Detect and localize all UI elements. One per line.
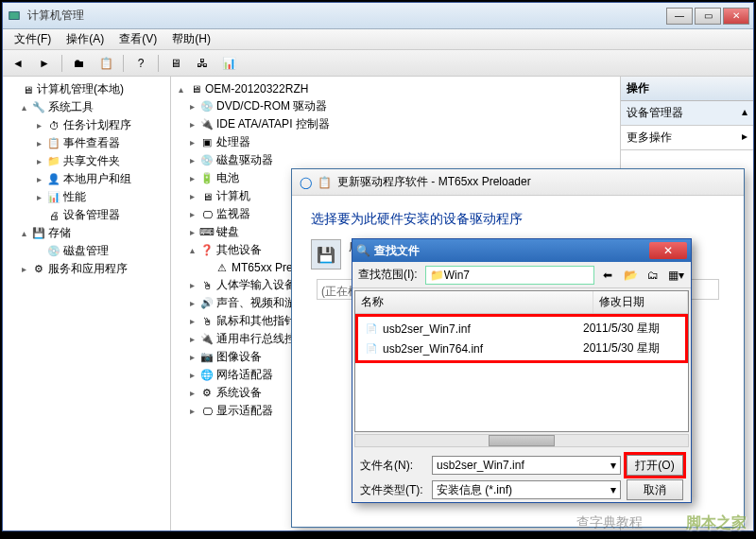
tree-toggle-icon[interactable]: ▴: [18, 228, 29, 238]
properties-button[interactable]: 📋: [94, 53, 117, 74]
window-controls: — ▭ ✕: [666, 8, 749, 25]
tree-toggle-icon[interactable]: ▸: [186, 101, 198, 112]
tree-node[interactable]: ▸📋事件查看器: [3, 134, 170, 152]
close-button[interactable]: ✕: [723, 8, 749, 25]
filedlg-close-button[interactable]: ✕: [649, 242, 687, 259]
tree-toggle-icon[interactable]: ▸: [186, 316, 198, 326]
menu-help[interactable]: 帮助(H): [164, 29, 218, 49]
tree-node[interactable]: 🖥计算机管理(本地): [3, 80, 170, 98]
maximize-button[interactable]: ▭: [695, 8, 721, 25]
tree-toggle-icon[interactable]: ▸: [33, 174, 44, 184]
tree-toggle-icon[interactable]: ▸: [186, 173, 198, 183]
tree-toggle-icon[interactable]: ▸: [186, 191, 198, 201]
menubar: 文件(F) 操作(A) 查看(V) 帮助(H): [3, 29, 753, 50]
view-button[interactable]: 📊: [217, 53, 240, 74]
location-select[interactable]: 📁 Win7: [425, 266, 594, 285]
col-date[interactable]: 修改日期: [593, 291, 688, 313]
dropdown-icon[interactable]: ▾: [610, 483, 616, 496]
tree-node[interactable]: ▸💿DVD/CD-ROM 驱动器: [171, 97, 620, 115]
tree-node[interactable]: ▸⏱任务计划程序: [3, 116, 170, 134]
tree-toggle-icon[interactable]: ▸: [186, 406, 198, 416]
open-button[interactable]: 打开(O): [627, 455, 683, 476]
forward-button[interactable]: ►: [33, 53, 56, 74]
tree-node[interactable]: ▴💾存储: [3, 224, 170, 242]
usb-icon: 🔌: [199, 332, 215, 347]
batt-icon: 🔋: [199, 171, 215, 186]
location-label: 查找范围(I):: [358, 267, 418, 283]
back-button[interactable]: ◄: [7, 53, 29, 74]
scan-button[interactable]: 🖥: [164, 53, 187, 74]
tree-toggle-icon[interactable]: ▴: [186, 245, 198, 255]
back-arrow-icon[interactable]: ◯: [300, 176, 312, 189]
dropdown-icon[interactable]: ▾: [610, 459, 616, 472]
file-row[interactable]: 📄 usb2ser_Win764.inf 2011/5/30 星期: [360, 339, 683, 358]
tree-toggle-icon[interactable]: ▸: [33, 120, 44, 130]
tree-node[interactable]: ▸📁共享文件夹: [3, 152, 170, 170]
action-item-devicemgr[interactable]: 设备管理器▴: [621, 101, 753, 126]
tree-toggle-icon[interactable]: ▸: [186, 298, 198, 308]
tree-toggle-icon[interactable]: ▸: [33, 156, 44, 166]
disk-icon: 💿: [199, 153, 215, 168]
left-tree-pane: 🖥计算机管理(本地)▴🔧系统工具▸⏱任务计划程序▸📋事件查看器▸📁共享文件夹▸👤…: [3, 77, 171, 530]
tree-toggle-icon[interactable]: ▸: [186, 334, 198, 344]
tree-label: 处理器: [216, 134, 250, 150]
tree-toggle-icon[interactable]: ▸: [186, 280, 198, 290]
file-row[interactable]: 📄 usb2ser_Win7.inf 2011/5/30 星期: [360, 319, 683, 339]
filename-label: 文件名(N):: [360, 458, 426, 474]
computer-icon: 🖥: [199, 189, 215, 204]
cancel-button[interactable]: 取消: [627, 479, 683, 500]
up-button[interactable]: 🖿: [68, 53, 91, 74]
up-folder-icon[interactable]: 📂: [621, 266, 640, 285]
scroll-thumb[interactable]: [489, 435, 555, 446]
computer-icon: 🖥: [20, 82, 35, 97]
tree-node[interactable]: ▴🖥OEM-20120322RZH: [171, 80, 620, 97]
tree-label: 网络适配器: [216, 367, 273, 383]
tree-node[interactable]: ▸▣处理器: [171, 133, 620, 151]
menu-action[interactable]: 操作(A): [59, 29, 112, 49]
tree-toggle-icon[interactable]: ▸: [18, 264, 29, 274]
tree-toggle-icon[interactable]: ▸: [186, 352, 198, 362]
tree-toggle-icon[interactable]: ▸: [186, 155, 198, 165]
tree-node[interactable]: 💿磁盘管理: [3, 242, 170, 260]
tree-node[interactable]: ▸⚙服务和应用程序: [3, 260, 170, 278]
tree-node[interactable]: ▴🔧系统工具: [3, 98, 170, 116]
tree-toggle-icon[interactable]: ▴: [18, 102, 29, 113]
tree-label: DVD/CD-ROM 驱动器: [216, 98, 327, 114]
file-open-dialog: 🔍 查找文件 ✕ 查找范围(I): 📁 Win7 ⬅ 📂 🗂 ▦▾ 名称 修改日…: [352, 238, 692, 503]
tree-node[interactable]: ▸💿磁盘驱动器: [171, 151, 620, 169]
tree-toggle-icon[interactable]: ▸: [186, 209, 198, 219]
tree-toggle-icon[interactable]: ▸: [186, 227, 198, 237]
share-icon: 📁: [46, 154, 61, 169]
col-name[interactable]: 名称: [355, 291, 593, 313]
watermark-text: 查字典教程: [576, 514, 643, 531]
minimize-button[interactable]: —: [666, 8, 693, 25]
horizontal-scrollbar[interactable]: [354, 434, 689, 447]
tree-label: 任务计划程序: [63, 117, 131, 133]
action-item-more[interactable]: 更多操作▸: [621, 126, 753, 150]
tree-node[interactable]: 🖨设备管理器: [3, 206, 170, 224]
tree-node[interactable]: ▸📊性能: [3, 188, 170, 206]
warn-icon: ⚠: [215, 260, 230, 275]
refresh-button[interactable]: 🖧: [191, 53, 214, 74]
tree-toggle-icon[interactable]: ▸: [33, 192, 44, 202]
tree-label: 磁盘驱动器: [216, 152, 273, 168]
view-menu-icon[interactable]: ▦▾: [666, 266, 685, 285]
back-nav-icon[interactable]: ⬅: [598, 266, 617, 285]
tree-label: 其他设备: [216, 242, 262, 258]
toolbar: ◄ ► 🖿 📋 ? 🖥 🖧 📊: [3, 50, 753, 77]
filename-input[interactable]: usb2ser_Win7.inf ▾: [432, 456, 621, 475]
new-folder-icon[interactable]: 🗂: [644, 266, 662, 285]
filetype-select[interactable]: 安装信息 (*.inf) ▾: [432, 480, 621, 499]
main-titlebar: 计算机管理 — ▭ ✕: [3, 3, 753, 29]
tree-node[interactable]: ▸🔌IDE ATA/ATAPI 控制器: [171, 115, 620, 133]
tree-toggle-icon[interactable]: ▸: [186, 119, 198, 130]
tree-toggle-icon[interactable]: ▸: [33, 138, 44, 148]
tree-toggle-icon[interactable]: ▸: [186, 137, 198, 148]
tree-toggle-icon[interactable]: ▸: [186, 370, 198, 380]
help-button[interactable]: ?: [129, 53, 152, 74]
menu-file[interactable]: 文件(F): [7, 29, 59, 49]
tree-node[interactable]: ▸👤本地用户和组: [3, 170, 170, 188]
menu-view[interactable]: 查看(V): [112, 29, 164, 49]
tree-toggle-icon[interactable]: ▸: [186, 388, 198, 398]
tree-toggle-icon[interactable]: ▴: [175, 84, 186, 95]
